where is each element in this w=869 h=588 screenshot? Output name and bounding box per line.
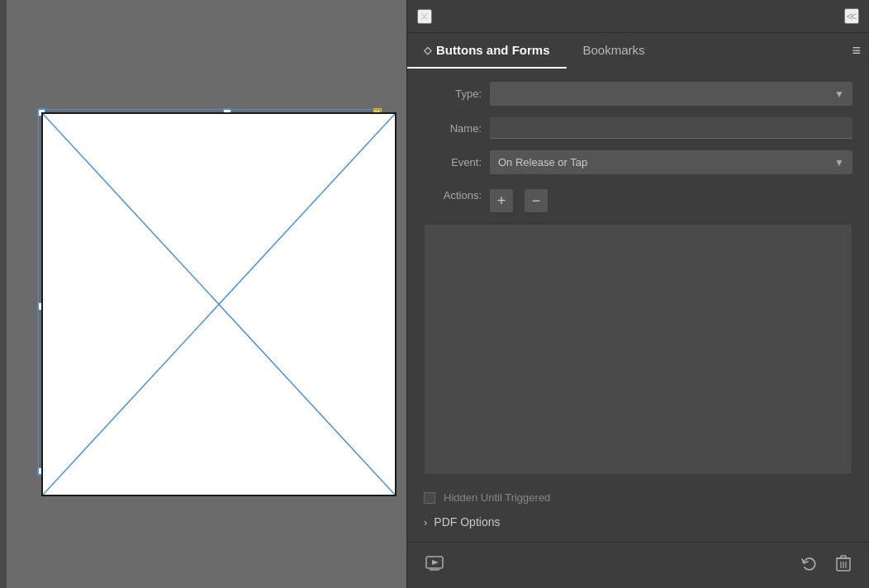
- panel-header: ✕ ≪: [407, 0, 869, 33]
- type-label: Type:: [424, 88, 482, 100]
- actions-row: Actions: + −: [424, 186, 852, 212]
- actions-label: Actions:: [424, 189, 482, 202]
- actions-list: [424, 224, 852, 475]
- footer-left-buttons: [420, 552, 449, 578]
- name-input[interactable]: [490, 117, 852, 139]
- pdf-options-row[interactable]: › PDF Options: [424, 515, 852, 529]
- panel-menu-button[interactable]: ≡: [852, 33, 861, 69]
- cross-lines: [43, 114, 395, 495]
- pdf-options-label: PDF Options: [434, 515, 500, 529]
- hidden-until-triggered-label: Hidden Until Triggered: [444, 491, 550, 504]
- event-select[interactable]: On Release or Tap On Focus On Blur On Mo…: [490, 150, 852, 174]
- delete-icon: [836, 554, 851, 572]
- actions-buttons: + −: [490, 189, 548, 212]
- name-label: Name:: [424, 122, 482, 135]
- event-row: Event: On Release or Tap On Focus On Blu…: [424, 150, 852, 174]
- type-select[interactable]: Button Check Box Combo Box List Box Radi…: [490, 82, 852, 106]
- pdf-options-chevron-icon: ›: [424, 516, 427, 529]
- tab-buttons-forms[interactable]: ◇ Buttons and Forms: [407, 33, 567, 69]
- revert-icon: [800, 554, 818, 572]
- tab-bookmarks-label: Bookmarks: [583, 43, 645, 57]
- tab-bookmarks[interactable]: Bookmarks: [567, 33, 662, 69]
- panel-tabs: ◇ Buttons and Forms Bookmarks ≡: [407, 33, 869, 69]
- hidden-until-triggered-row[interactable]: Hidden Until Triggered: [424, 491, 852, 504]
- panel-body: Type: Button Check Box Combo Box List Bo…: [407, 69, 869, 542]
- preview-icon: [425, 556, 444, 571]
- panel-collapse-button[interactable]: ≪: [844, 8, 859, 24]
- preview-button[interactable]: [420, 552, 449, 578]
- delete-button[interactable]: [831, 551, 856, 580]
- panel: ✕ ≪ ◇ Buttons and Forms Bookmarks ≡ Type…: [406, 0, 869, 588]
- type-row: Type: Button Check Box Combo Box List Bo…: [424, 82, 852, 106]
- add-action-button[interactable]: +: [490, 189, 513, 212]
- svg-marker-3: [432, 560, 439, 565]
- tab-buttons-forms-diamond: ◇: [424, 45, 431, 56]
- hidden-until-triggered-checkbox[interactable]: [424, 492, 435, 504]
- selected-object: [41, 112, 397, 496]
- left-toolbar: [0, 0, 7, 588]
- panel-footer: [407, 542, 869, 588]
- revert-button[interactable]: [795, 551, 823, 580]
- remove-action-button[interactable]: −: [525, 189, 548, 212]
- event-select-wrapper: On Release or Tap On Focus On Blur On Mo…: [490, 150, 852, 174]
- panel-close-button[interactable]: ✕: [417, 9, 432, 24]
- footer-right-buttons: [795, 551, 856, 580]
- name-row: Name:: [424, 117, 852, 139]
- canvas-area: [7, 0, 406, 588]
- type-select-wrapper: Button Check Box Combo Box List Box Radi…: [490, 82, 852, 106]
- canvas-content: [25, 96, 388, 492]
- tab-buttons-forms-label: Buttons and Forms: [436, 43, 550, 57]
- event-label: Event:: [424, 156, 482, 168]
